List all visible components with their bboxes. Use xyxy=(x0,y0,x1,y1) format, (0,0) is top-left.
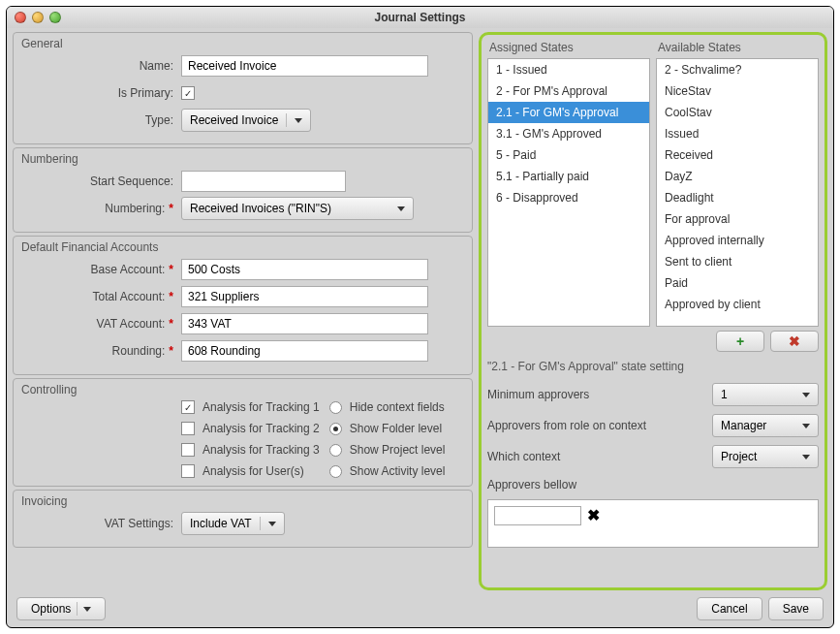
radio-hide-context[interactable]: Hide context fields xyxy=(329,400,446,414)
radio-show-folder[interactable]: Show Folder level xyxy=(329,422,446,435)
assigned-state-item[interactable]: 2.1 - For GM's Approval xyxy=(488,102,649,123)
available-state-item[interactable]: Issued xyxy=(657,123,818,144)
vat-settings-select[interactable]: Include VAT xyxy=(181,512,285,535)
label-show-project: Show Project level xyxy=(350,443,446,457)
available-state-item[interactable]: Sent to client xyxy=(657,251,818,272)
available-state-item[interactable]: Paid xyxy=(657,272,818,294)
base-account-input[interactable] xyxy=(181,259,428,280)
available-state-item[interactable]: NiceStav xyxy=(657,80,818,102)
chevron-down-icon xyxy=(268,522,276,526)
cancel-button[interactable]: Cancel xyxy=(697,597,762,620)
label-is-primary: Is Primary: xyxy=(21,86,181,100)
label-hide-context: Hide context fields xyxy=(350,400,445,414)
group-title-controlling: Controlling xyxy=(21,383,464,396)
label-numbering: Numbering:* xyxy=(21,202,181,215)
available-states-list[interactable]: 2 - Schvalime?NiceStavCoolStavIssuedRece… xyxy=(656,58,819,327)
label-show-activity: Show Activity level xyxy=(350,464,446,478)
name-input[interactable] xyxy=(181,55,428,77)
label-vat-account: VAT Account:* xyxy=(21,317,181,331)
assigned-states-title: Assigned States xyxy=(487,41,650,54)
label-rounding: Rounding:* xyxy=(21,344,181,358)
label-vat-settings: VAT Settings: xyxy=(21,517,181,530)
remove-approver-icon[interactable]: ✖ xyxy=(587,506,600,525)
assigned-state-item[interactable]: 5.1 - Partially paid xyxy=(488,166,649,187)
vat-settings-value: Include VAT xyxy=(190,517,252,530)
checkbox-tracking3[interactable]: Analysis for Tracking 3 xyxy=(181,443,320,457)
label-tracking3: Analysis for Tracking 3 xyxy=(202,443,320,457)
assigned-state-item[interactable]: 6 - Disapproved xyxy=(488,187,649,208)
available-state-item[interactable]: CoolStav xyxy=(657,102,818,123)
group-numbering: Numbering Start Sequence: Numbering:* Re… xyxy=(13,147,473,233)
type-select[interactable]: Received Invoice xyxy=(181,109,311,132)
min-approvers-select[interactable]: 1 xyxy=(712,383,819,406)
required-marker: * xyxy=(169,202,173,215)
group-controlling: Controlling ✓Analysis for Tracking 1 Ana… xyxy=(13,378,473,487)
label-approvers-role: Approvers from role on context xyxy=(487,419,712,432)
cancel-label: Cancel xyxy=(711,602,747,616)
options-button[interactable]: Options xyxy=(16,597,106,620)
group-invoicing: Invoicing VAT Settings: Include VAT xyxy=(13,490,473,548)
chevron-down-icon xyxy=(295,118,302,123)
label-tracking2: Analysis for Tracking 2 xyxy=(202,422,320,435)
available-state-item[interactable]: Received xyxy=(657,144,818,166)
label-name: Name: xyxy=(21,59,181,73)
group-accounts: Default Financial Accounts Base Account:… xyxy=(13,236,473,375)
which-context-select[interactable]: Project xyxy=(712,445,819,468)
add-state-button[interactable]: + xyxy=(716,331,764,352)
available-state-item[interactable]: Approved internally xyxy=(657,230,818,251)
available-state-item[interactable]: Approved by client xyxy=(657,294,818,315)
label-which-context: Which context xyxy=(487,450,712,463)
assigned-state-item[interactable]: 1 - Issued xyxy=(488,59,649,80)
rounding-input[interactable] xyxy=(181,340,428,362)
chevron-down-icon xyxy=(802,424,810,428)
chevron-down-icon xyxy=(83,607,91,612)
approver-input[interactable] xyxy=(494,506,581,525)
type-select-value: Received Invoice xyxy=(190,113,278,127)
checkbox-tracking2[interactable]: Analysis for Tracking 2 xyxy=(181,422,320,435)
min-approvers-value: 1 xyxy=(721,388,728,401)
radio-show-project[interactable]: Show Project level xyxy=(329,443,446,457)
assigned-state-item[interactable]: 5 - Paid xyxy=(488,144,649,166)
window-maximize-button[interactable] xyxy=(49,12,61,23)
available-states-title: Available States xyxy=(656,41,819,54)
window-title: Journal Settings xyxy=(7,11,833,24)
assigned-state-item[interactable]: 2 - For PM's Approval xyxy=(488,80,649,102)
label-users: Analysis for User(s) xyxy=(202,464,304,478)
window-close-button[interactable] xyxy=(15,12,26,23)
window-minimize-button[interactable] xyxy=(32,12,44,23)
chevron-down-icon xyxy=(802,393,810,397)
save-button[interactable]: Save xyxy=(768,597,824,620)
label-show-folder: Show Folder level xyxy=(350,422,442,435)
x-icon: ✖ xyxy=(789,333,800,349)
label-base-account: Base Account:* xyxy=(21,263,181,276)
chevron-down-icon xyxy=(802,455,810,460)
checkbox-users[interactable]: Analysis for User(s) xyxy=(181,464,320,478)
approvers-bellow-box: ✖ xyxy=(487,499,819,548)
available-state-item[interactable]: DayZ xyxy=(657,166,818,187)
approvers-role-value: Manager xyxy=(721,419,766,432)
group-title-invoicing: Invoicing xyxy=(21,494,464,508)
remove-state-button[interactable]: ✖ xyxy=(770,331,819,352)
options-label: Options xyxy=(31,602,71,616)
start-sequence-input[interactable] xyxy=(181,171,346,192)
label-tracking1: Analysis for Tracking 1 xyxy=(202,400,320,414)
label-start-sequence: Start Sequence: xyxy=(21,174,181,188)
is-primary-checkbox[interactable]: ✓ xyxy=(181,86,195,100)
assigned-states-list[interactable]: 1 - Issued2 - For PM's Approval2.1 - For… xyxy=(487,58,650,327)
assigned-state-item[interactable]: 3.1 - GM's Approved xyxy=(488,123,649,144)
total-account-input[interactable] xyxy=(181,286,428,307)
label-min-approvers: Minimum approvers xyxy=(487,388,712,401)
radio-show-activity[interactable]: Show Activity level xyxy=(329,464,446,478)
available-state-item[interactable]: Deadlight xyxy=(657,187,818,208)
checkbox-tracking1[interactable]: ✓Analysis for Tracking 1 xyxy=(181,400,320,414)
group-general: General Name: Is Primary: ✓ Type: Receiv… xyxy=(13,32,473,144)
available-state-item[interactable]: For approval xyxy=(657,208,818,230)
group-title-accounts: Default Financial Accounts xyxy=(21,240,464,254)
numbering-select[interactable]: Received Invoices ("RIN"S) xyxy=(181,197,414,220)
approvers-role-select[interactable]: Manager xyxy=(712,414,819,437)
available-state-item[interactable]: 2 - Schvalime? xyxy=(657,59,818,80)
save-label: Save xyxy=(783,602,809,616)
which-context-value: Project xyxy=(721,450,757,463)
vat-account-input[interactable] xyxy=(181,313,428,334)
label-total-account: Total Account:* xyxy=(21,290,181,303)
